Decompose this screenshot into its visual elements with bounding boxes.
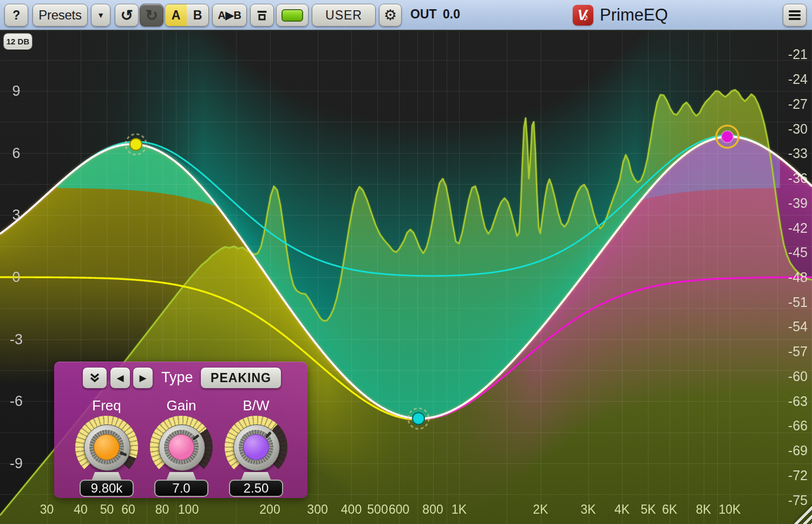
voxengo-logo[interactable]: V ♪ — [573, 5, 593, 25]
chevrons-down-icon — [88, 371, 101, 384]
help-button[interactable]: ? — [4, 4, 28, 27]
bw-knob-dial[interactable] — [233, 424, 280, 471]
hamburger-menu-icon — [788, 10, 801, 21]
redo-icon: ↻ — [145, 6, 158, 24]
menu-button[interactable] — [783, 4, 807, 27]
type-label: Type — [161, 369, 193, 386]
led-on-icon — [281, 9, 303, 22]
gain-knob-label: Gain — [149, 397, 214, 414]
bw-knob: 2.50 — [224, 416, 289, 497]
band-edit-panel: ◀ ▶ Type PEAKING Freq Gain B/W 9.80k 7.0… — [54, 362, 307, 498]
freq-value[interactable]: 9.80k — [80, 480, 134, 497]
arrow-right-icon: ▶ — [139, 372, 146, 384]
ab-switch-b[interactable]: B — [187, 4, 208, 26]
bw-knob-label: B/W — [224, 397, 289, 414]
redo-button[interactable]: ↻ — [140, 4, 163, 27]
primeeq-window: 9630-3-6-9-21-24-27-30-33-36-39-42-45-48… — [0, 0, 812, 524]
presets-button[interactable]: Presets — [32, 4, 88, 27]
freq-knob: 9.80k — [74, 416, 139, 497]
next-band-button[interactable]: ▶ — [133, 367, 153, 389]
arrow-left-icon: ◀ — [116, 372, 123, 384]
freq-knob-label: Freq — [74, 397, 139, 414]
toolbar: ? Presets ▼ ↺ ↻ A B A▶B USER ⚙ OUT 0.0 V… — [0, 0, 812, 31]
out-gain-label: OUT — [410, 7, 437, 22]
ab-switch-a[interactable]: A — [165, 4, 187, 26]
settings-button[interactable]: ⚙ — [379, 4, 402, 27]
freq-knob-dial[interactable] — [84, 424, 130, 471]
presets-dropdown-button[interactable]: ▼ — [91, 4, 110, 27]
bw-value[interactable]: 2.50 — [229, 480, 283, 497]
bypass-button[interactable] — [250, 4, 274, 27]
logo-note-icon: ♪ — [584, 11, 589, 23]
user-mode-button[interactable]: USER — [312, 4, 376, 27]
bypass-icon — [256, 9, 268, 21]
knob-cap — [168, 434, 194, 460]
filter-type-button[interactable]: PEAKING — [200, 367, 281, 389]
gain-knob-dial[interactable] — [159, 424, 205, 471]
chevron-down-icon: ▼ — [97, 11, 104, 19]
db-range-button[interactable]: 12 DB — [4, 34, 32, 49]
undo-button[interactable]: ↺ — [115, 4, 139, 27]
enable-led-button[interactable] — [276, 4, 309, 27]
plugin-title: PrimeEQ — [600, 5, 668, 25]
ab-switch: A B — [165, 4, 209, 27]
undo-icon: ↺ — [120, 6, 133, 24]
prev-band-button[interactable]: ◀ — [110, 367, 130, 389]
knob-cap — [243, 434, 269, 460]
collapse-panel-button[interactable] — [82, 367, 107, 389]
gain-knob: 7.0 — [149, 416, 214, 497]
knob-cap — [94, 434, 120, 460]
gain-value[interactable]: 7.0 — [154, 480, 208, 497]
gear-icon: ⚙ — [384, 6, 397, 24]
copy-a-to-b-button[interactable]: A▶B — [212, 4, 247, 27]
out-gain-value[interactable]: 0.0 — [443, 7, 460, 22]
